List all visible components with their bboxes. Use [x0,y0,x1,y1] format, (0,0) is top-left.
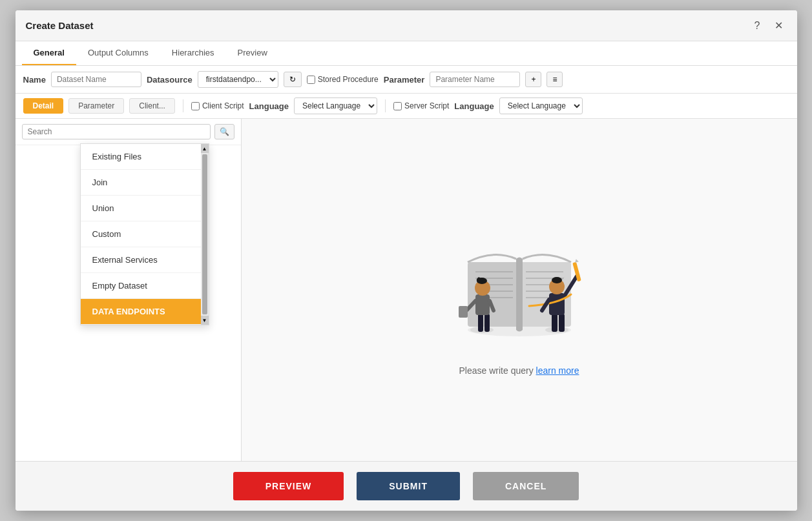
dialog-footer: PREVIEW SUBMIT CANCEL [16,461,797,511]
add-parameter-button[interactable]: + [525,72,541,87]
search-input[interactable] [22,124,211,139]
submit-button[interactable]: SUBMIT [357,472,460,500]
server-language-label: Language [454,101,494,111]
cancel-button[interactable]: CANCEL [473,472,579,500]
svg-rect-16 [475,294,490,315]
illustration [416,204,623,352]
svg-rect-24 [559,314,565,332]
dialog-header: Create Dataset ? ✕ [16,10,797,41]
svg-point-27 [552,277,562,283]
server-script-label: Server Script [404,101,449,110]
svg-rect-25 [549,293,565,315]
svg-rect-14 [478,314,483,332]
search-bar: 🔍 [16,119,241,145]
left-panel: 🔍 Existing Files Join Union Custom Exter… [16,119,242,461]
close-button[interactable]: ✕ [771,18,787,33]
parameter-label: Parameter [384,75,425,85]
tab-preview[interactable]: Preview [226,41,279,65]
server-language-select[interactable]: Select Language [499,97,583,114]
server-script-checkbox[interactable]: Server Script [393,101,449,110]
scroll-up-button[interactable]: ▲ [201,144,209,153]
svg-rect-20 [459,306,468,318]
parameter-input[interactable] [430,72,520,87]
dropdown-item-empty-dataset[interactable]: Empty Dataset [81,273,209,299]
dropdown-item-external-services[interactable]: External Services [81,247,209,273]
scroll-thumb[interactable] [202,154,207,314]
datasource-dropdown: Existing Files Join Union Custom Externa… [80,143,209,325]
refresh-button[interactable]: ↻ [284,72,302,87]
right-panel: Please write query learn more [242,119,797,461]
svg-rect-23 [552,314,557,332]
name-label: Name [23,75,46,85]
preview-button[interactable]: PREVIEW [233,472,344,500]
svg-point-18 [477,278,487,284]
stored-procedure-checkbox[interactable]: Stored Procedure [307,75,379,84]
stored-procedure-check[interactable] [307,76,315,84]
client-script-check[interactable] [191,102,200,110]
client-language-select[interactable]: Select Language [294,97,377,114]
dropdown-item-custom[interactable]: Custom [81,221,209,247]
dropdown-overlay: Existing Files Join Union Custom Externa… [16,119,241,461]
help-button[interactable]: ? [751,18,764,33]
tab-output-columns[interactable]: Output Columns [76,41,160,65]
main-tabs: General Output Columns Hierarchies Previ… [16,41,797,66]
dropdown-scrollbar[interactable]: ▲ ▼ [201,144,209,325]
dropdown-item-union[interactable]: Union [81,196,209,221]
tab-general[interactable]: General [22,41,76,65]
dropdown-item-data-endpoints[interactable]: DATA ENDPOINTS [81,299,209,325]
sub-toolbar: Detail Parameter Client... Client Script… [16,94,797,119]
header-actions: ? ✕ [751,18,787,33]
svg-rect-15 [484,314,490,332]
server-script-check[interactable] [393,102,402,110]
sub-tab-client[interactable]: Client... [129,98,175,114]
dropdown-item-join[interactable]: Join [81,170,209,196]
tab-hierarchies[interactable]: Hierarchies [160,41,226,65]
learn-more-link[interactable]: learn more [536,365,579,376]
illustration-svg [416,210,623,352]
client-language-label: Language [249,101,289,111]
datasource-select[interactable]: firstdataendpo... [198,71,278,88]
content-area: 🔍 Existing Files Join Union Custom Exter… [16,119,797,461]
search-button[interactable]: 🔍 [214,124,234,139]
client-script-label: Client Script [202,101,244,110]
create-dataset-dialog: Create Dataset ? ✕ General Output Column… [16,10,797,511]
datasource-label: Datasource [147,75,193,85]
main-toolbar: Name Datasource firstdataendpo... ↻ Stor… [16,66,797,94]
name-input[interactable] [51,72,141,87]
sub-tab-detail[interactable]: Detail [23,98,64,114]
query-message: Please write query learn more [459,365,579,376]
dropdown-item-existing-files[interactable]: Existing Files [81,144,209,170]
scroll-down-button[interactable]: ▼ [201,316,209,325]
sub-tab-parameter[interactable]: Parameter [68,98,124,114]
dialog-title: Create Dataset [26,20,94,31]
client-script-checkbox[interactable]: Client Script [191,101,244,110]
svg-marker-30 [574,258,578,262]
settings-button[interactable]: ≡ [547,72,563,87]
